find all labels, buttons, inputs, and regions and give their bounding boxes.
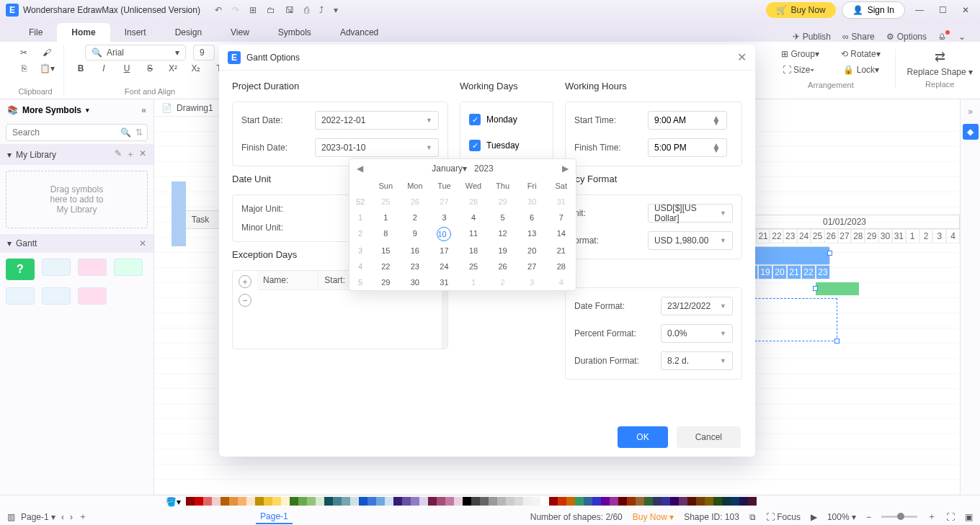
color-swatch[interactable]	[489, 497, 497, 506]
color-swatch[interactable]	[549, 497, 558, 506]
color-swatch[interactable]	[679, 497, 687, 506]
sign-in-button[interactable]: 👤 Sign In	[842, 1, 905, 19]
page-tab[interactable]: Page-1	[256, 510, 293, 524]
new-icon[interactable]: ⊞	[249, 5, 257, 15]
qat-more-icon[interactable]: ▾	[334, 5, 338, 15]
italic-icon[interactable]: I	[96, 60, 112, 76]
calendar-day[interactable]: 8	[371, 225, 401, 243]
superscript-icon[interactable]: X²	[165, 60, 181, 76]
color-swatch[interactable]	[471, 497, 480, 506]
bold-icon[interactable]: B	[73, 60, 89, 76]
pages-icon[interactable]: ▥	[7, 512, 15, 522]
monday-checkbox[interactable]: ✓Monday	[469, 111, 544, 128]
calendar-day[interactable]: 24	[429, 259, 459, 274]
calendar-day[interactable]: 4	[546, 274, 576, 290]
dialog-close-icon[interactable]: ✕	[737, 50, 747, 64]
calendar-day[interactable]: 17	[429, 243, 459, 259]
color-swatch[interactable]	[558, 497, 566, 506]
color-swatch[interactable]	[454, 497, 463, 506]
library-dropzone[interactable]: Drag symbols here to add to My Library	[6, 171, 148, 228]
add-page-icon[interactable]: ＋	[79, 511, 87, 523]
notification-icon[interactable]: 🕭	[938, 32, 947, 42]
zoom-in-icon[interactable]: ＋	[927, 511, 936, 523]
cal-month[interactable]: January▾	[432, 163, 467, 174]
open-icon[interactable]: 🗀	[267, 5, 275, 15]
color-swatch[interactable]	[411, 497, 419, 506]
copy-icon[interactable]: ⎘	[16, 60, 32, 76]
calendar-day[interactable]: 16	[401, 243, 430, 259]
color-swatch[interactable]	[566, 497, 575, 506]
color-swatch[interactable]	[463, 497, 471, 506]
format-panel-toggle-icon[interactable]: ◆	[963, 124, 979, 140]
close-icon[interactable]: ✕	[957, 5, 974, 15]
fit-page-icon[interactable]: ⛶	[946, 512, 955, 522]
color-swatch[interactable]	[497, 497, 506, 506]
color-swatch[interactable]	[532, 497, 540, 506]
tab-view[interactable]: View	[216, 23, 264, 42]
strike-icon[interactable]: S	[142, 60, 158, 76]
color-swatch[interactable]	[212, 497, 220, 506]
calendar-day[interactable]: 18	[459, 243, 489, 259]
currency-fmt-select[interactable]: USD 1,980.00▼	[648, 231, 733, 250]
color-swatch[interactable]	[748, 497, 757, 506]
size-button[interactable]: ⛶ Size▾	[783, 65, 815, 75]
cancel-button[interactable]: Cancel	[677, 426, 741, 448]
tab-file[interactable]: File	[14, 23, 57, 42]
color-swatch[interactable]	[385, 497, 393, 506]
gantt-chart[interactable]: 01/01/2023 92021222324252627282930311234…	[729, 215, 960, 341]
cal-year[interactable]: 2023	[474, 163, 494, 174]
color-swatch[interactable]	[437, 497, 445, 506]
focus-button[interactable]: ⛶ Focus	[766, 512, 801, 522]
gantt-section[interactable]: ▾Gantt ✕	[0, 234, 153, 253]
calendar-day[interactable]: 25	[459, 259, 489, 274]
color-swatch[interactable]	[246, 497, 255, 506]
options-button[interactable]: ⚙ Options	[886, 32, 927, 42]
calendar-day[interactable]: 7	[546, 210, 576, 225]
calendar-day[interactable]: 20	[517, 243, 547, 259]
calendar-day[interactable]: 9	[401, 225, 430, 243]
color-swatch[interactable]	[636, 497, 644, 506]
collapse-ribbon-icon[interactable]: ⌄	[958, 32, 966, 42]
calendar-day[interactable]: 19	[488, 243, 517, 259]
cal-prev-icon[interactable]: ◀	[357, 163, 363, 174]
expand-right-icon[interactable]: »	[968, 107, 973, 117]
color-swatch[interactable]	[601, 497, 610, 506]
tab-design[interactable]: Design	[161, 23, 216, 42]
calendar-day[interactable]: 23	[401, 259, 430, 274]
prev-page-icon[interactable]: ‹	[61, 512, 64, 522]
export-icon[interactable]: ⤴	[319, 5, 324, 15]
calendar-day[interactable]: 2	[488, 274, 517, 290]
save-icon[interactable]: 🖫	[285, 5, 294, 15]
color-swatch[interactable]	[316, 497, 324, 506]
my-library-section[interactable]: ▾My Library ✎＋✕	[0, 144, 153, 165]
gantt-shape-3[interactable]	[114, 259, 143, 276]
color-swatch[interactable]	[713, 497, 722, 506]
layers-icon[interactable]: ⧉	[749, 512, 756, 522]
color-swatch[interactable]	[359, 497, 368, 506]
cal-next-icon[interactable]: ▶	[562, 163, 569, 174]
color-swatch[interactable]	[627, 497, 636, 506]
presentation-icon[interactable]: ▶	[811, 512, 817, 522]
date-format-select[interactable]: 23/12/2022▼	[661, 297, 733, 315]
gantt-shape-2[interactable]	[78, 259, 107, 276]
color-swatch[interactable]	[195, 497, 203, 506]
format-painter-icon[interactable]: 🖌	[39, 45, 55, 60]
font-size-select[interactable]: 9	[193, 45, 215, 60]
color-swatch[interactable]	[428, 497, 437, 506]
calendar-day[interactable]: 28	[459, 194, 489, 210]
color-swatch[interactable]	[264, 497, 272, 506]
tab-advanced[interactable]: Advanced	[326, 23, 393, 42]
color-swatch[interactable]	[229, 497, 238, 506]
calendar-day[interactable]: 14	[546, 225, 576, 243]
paste-icon[interactable]: 📋▾	[39, 60, 55, 76]
currency-unit-select[interactable]: USD[$][US Dollar]▼	[648, 204, 733, 223]
color-swatch[interactable]	[705, 497, 713, 506]
zoom-out-icon[interactable]: −	[866, 512, 871, 522]
tab-symbols[interactable]: Symbols	[264, 23, 326, 42]
color-swatch[interactable]	[393, 497, 402, 506]
color-swatch[interactable]	[653, 497, 662, 506]
calendar-day[interactable]: 10	[429, 225, 459, 243]
color-swatch[interactable]	[523, 497, 532, 506]
color-swatch[interactable]	[687, 497, 696, 506]
gantt-bar-2[interactable]	[816, 282, 859, 295]
